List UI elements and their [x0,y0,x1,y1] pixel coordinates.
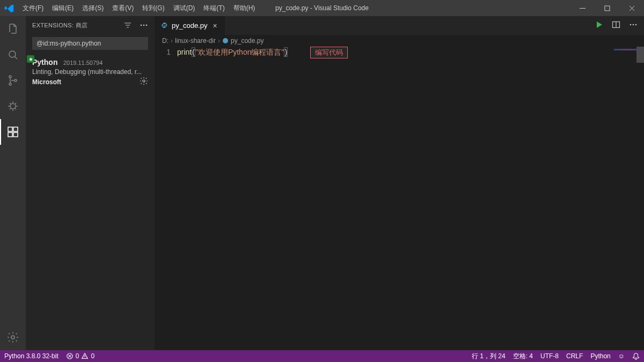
svg-point-13 [143,24,145,26]
extension-name: Python [32,58,57,67]
menu-terminal[interactable]: 终端(T) [199,0,229,16]
activity-debug-icon[interactable] [0,93,26,119]
menu-view[interactable]: 查看(V) [108,0,138,16]
svg-point-11 [11,336,14,339]
run-file-icon[interactable] [595,20,603,31]
menu-go[interactable]: 转到(G) [138,0,169,16]
token-string: "欢迎使用Python编程语言" [195,48,284,56]
svg-point-5 [14,79,17,82]
minimize-button[interactable] [570,0,595,16]
status-eol[interactable]: CRLF [566,352,583,360]
python-file-icon [222,38,229,44]
token-close-paren: ) [284,47,288,57]
status-line-col[interactable]: 行 1，列 24 [472,352,506,361]
annotation-label: 编写代码 [310,47,348,58]
svg-rect-10 [13,127,18,131]
breadcrumb-file[interactable]: py_code.py [231,37,264,45]
svg-point-12 [141,24,142,26]
menu-debug[interactable]: 调试(D) [169,0,200,16]
extension-item-python[interactable]: ★ Python 2019.11.50794 Linting, Debuggin… [26,54,155,92]
svg-point-3 [9,76,11,78]
code-line-1[interactable]: print("欢迎使用Python编程语言") [177,47,288,350]
svg-rect-7 [8,127,12,131]
sidebar-header: EXTENSIONS: 商店 [26,16,155,35]
status-bar: Python 3.8.0 32-bit 0 0 行 1，列 24 空格: 4 U… [0,350,644,362]
status-encoding[interactable]: UTF-8 [540,352,559,360]
maximize-button[interactable] [595,0,619,16]
editor-tabs: py_code.py × [155,16,644,35]
svg-rect-0 [580,8,586,9]
svg-point-20 [223,38,228,43]
line-number-gutter: 1 [155,47,177,350]
activity-source-control-icon[interactable] [0,68,26,93]
extension-publisher: Microsoft [32,78,61,86]
activity-search-icon[interactable] [0,42,26,68]
breadcrumb-folder[interactable]: linux-share-dir [175,37,216,45]
svg-rect-9 [13,132,18,137]
tab-py-code[interactable]: py_code.py × [155,16,225,35]
status-language-mode[interactable]: Python [590,352,610,360]
chevron-right-icon: › [171,37,173,45]
close-button[interactable] [619,0,644,16]
status-python-interpreter[interactable]: Python 3.8.0 32-bit [4,352,58,360]
svg-point-19 [635,24,637,25]
menu-file[interactable]: 文件(F) [18,0,48,16]
scrollbar-thumb[interactable] [636,47,644,63]
vscode-logo-icon [0,3,18,13]
status-warning-count: 0 [91,352,94,360]
python-file-icon [160,21,169,30]
extension-manage-gear-icon[interactable] [140,77,148,87]
extension-search-input[interactable] [32,37,148,50]
window-controls [570,0,644,16]
token-open-paren: ( [192,47,195,57]
code-editor[interactable]: 1 print("欢迎使用Python编程语言") 编写代码 [155,47,644,350]
status-notifications-icon[interactable] [632,352,640,360]
svg-point-17 [630,24,632,25]
svg-point-6 [10,104,16,109]
title-bar: 文件(F) 编辑(E) 选择(S) 查看(V) 转到(G) 调试(D) 终端(T… [0,0,644,16]
status-problems[interactable]: 0 0 [66,352,94,360]
activity-settings-icon[interactable] [0,324,26,350]
status-indentation[interactable]: 空格: 4 [513,352,533,361]
sidebar-title: EXTENSIONS: 商店 [32,21,87,29]
menu-selection[interactable]: 选择(S) [78,0,108,16]
svg-point-2 [9,51,16,57]
split-editor-icon[interactable] [612,20,620,31]
svg-rect-8 [8,132,12,137]
status-feedback-icon[interactable]: ☺ [618,352,625,360]
editor-more-icon[interactable] [629,20,638,31]
token-function: print [177,48,192,56]
breadcrumb-root[interactable]: D: [162,37,169,45]
editor-area: py_code.py × D: › linux-share-dir › py_c… [155,16,644,350]
svg-point-15 [143,80,145,82]
status-error-count: 0 [76,352,79,360]
tab-label: py_code.py [172,21,208,29]
activity-explorer-icon[interactable] [0,16,26,42]
editor-actions [588,16,644,35]
extensions-sidebar: EXTENSIONS: 商店 ★ Python 2019.11.50794 Li… [26,16,155,350]
extension-description: Linting, Debugging (multi-threaded, r... [32,68,148,76]
svg-rect-1 [605,6,610,11]
more-icon[interactable] [140,21,148,31]
svg-point-14 [146,24,148,26]
activity-bar [0,16,26,350]
chevron-right-icon: › [218,37,220,45]
menu-bar: 文件(F) 编辑(E) 选择(S) 查看(V) 转到(G) 调试(D) 终端(T… [18,0,259,16]
bookmark-star-icon: ★ [27,55,34,63]
tab-close-icon[interactable]: × [211,21,219,30]
activity-extensions-icon[interactable] [0,119,26,145]
svg-point-18 [633,24,634,25]
svg-point-4 [9,83,11,85]
line-number: 1 [155,48,171,56]
breadcrumbs[interactable]: D: › linux-share-dir › py_code.py [155,35,644,47]
menu-help[interactable]: 帮助(H) [229,0,260,16]
extension-version: 2019.11.50794 [63,60,103,66]
menu-edit[interactable]: 编辑(E) [48,0,78,16]
filter-icon[interactable] [123,21,132,31]
